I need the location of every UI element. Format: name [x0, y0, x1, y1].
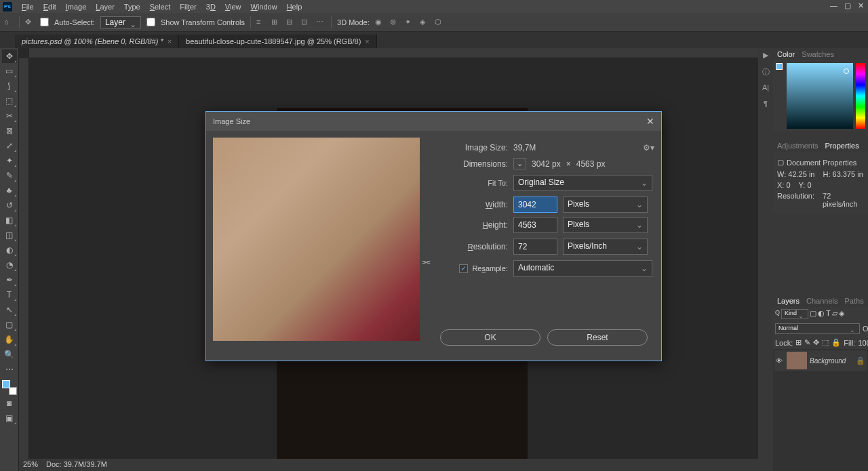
fit-to-select[interactable]: Original Size [513, 175, 652, 191]
more-icon[interactable]: ⋯ [316, 18, 326, 27]
paragraph-icon[interactable]: ¶ [761, 100, 770, 109]
maximize-icon[interactable]: ▢ [844, 1, 851, 10]
fill-value[interactable]: 100% [858, 339, 868, 347]
align-icon-1[interactable]: ≡ [256, 18, 266, 27]
align-icon-4[interactable]: ⊡ [301, 18, 311, 27]
hand-tool[interactable]: ✋ [2, 333, 17, 346]
dialog-close-icon[interactable]: ✕ [646, 116, 654, 127]
lock-icon-5[interactable]: 🔒 [831, 338, 841, 347]
align-icon-2[interactable]: ⊞ [271, 18, 281, 27]
resample-select[interactable]: Automatic [513, 260, 652, 277]
pen-tool[interactable]: ✒ [2, 273, 17, 287]
blend-mode[interactable]: Normal [775, 323, 860, 334]
close-icon[interactable]: ✕ [858, 1, 864, 10]
dialog-titlebar[interactable]: Image Size ✕ [206, 112, 661, 131]
color-tab[interactable]: Color [777, 50, 795, 58]
brush-tool[interactable]: ✎ [2, 169, 17, 182]
layers-tab[interactable]: Layers [777, 297, 800, 305]
menu-window[interactable]: Window [247, 1, 281, 12]
width-unit-select[interactable]: Pixels [563, 197, 648, 213]
marquee-tool[interactable]: ▭ [2, 64, 17, 78]
gradient-tool[interactable]: ◫ [2, 228, 17, 242]
resample-label[interactable]: Resample: [472, 264, 508, 272]
filter-icon-2[interactable]: ◐ [818, 309, 825, 319]
screen-mode-tool[interactable]: ▣ [2, 411, 17, 425]
zoom-tool[interactable]: 🔍 [2, 348, 17, 361]
gear-icon[interactable]: ⚙▾ [643, 143, 654, 152]
menu-view[interactable]: View [221, 1, 245, 12]
path-select-tool[interactable]: ↖ [2, 303, 17, 316]
stamp-tool[interactable]: ♣ [2, 184, 17, 197]
lock-icon-1[interactable]: ⊞ [795, 338, 802, 347]
menu-type[interactable]: Type [120, 1, 144, 12]
info-icon[interactable]: ⓘ [761, 67, 770, 77]
menu-filter[interactable]: Filter [176, 1, 200, 12]
quick-select-tool[interactable]: ⬚ [2, 94, 17, 108]
document-tab-1[interactable]: pictures.psd @ 100% (Ebene 0, RGB/8#) * … [15, 35, 179, 48]
properties-tab[interactable]: Properties [825, 142, 859, 150]
constrain-proportions-icon[interactable]: ⫘ [421, 256, 431, 267]
history-brush-tool[interactable]: ↺ [2, 199, 17, 212]
color-picker-thumb[interactable] [844, 68, 849, 74]
align-icon-3[interactable]: ⊟ [286, 18, 296, 27]
menu-select[interactable]: Select [146, 1, 175, 12]
rectangle-tool[interactable]: ▢ [2, 318, 17, 331]
quick-mask-tool[interactable]: ◙ [2, 396, 17, 410]
resolution-input[interactable] [513, 239, 557, 255]
adjustments-tab[interactable]: Adjustments [777, 142, 818, 150]
color-field[interactable] [787, 63, 853, 129]
menu-3d[interactable]: 3D [202, 1, 220, 12]
dodge-tool[interactable]: ◔ [2, 258, 17, 272]
3d-icon-2[interactable]: ⊕ [390, 18, 399, 27]
lock-icon-3[interactable]: ✥ [813, 338, 819, 347]
type-tool[interactable]: T [2, 288, 17, 302]
channels-tab[interactable]: Channels [806, 297, 837, 305]
character-icon[interactable]: A| [761, 83, 770, 93]
layer-filter-kind[interactable]: Kind [781, 309, 808, 319]
width-input[interactable] [513, 197, 557, 213]
fgbg-mini[interactable] [776, 63, 784, 129]
foreground-color-swatch[interactable] [2, 380, 10, 388]
show-transform-checkbox[interactable] [146, 18, 155, 26]
history-icon[interactable]: ▶ [761, 51, 770, 60]
lasso-tool[interactable]: ⟆ [2, 79, 17, 93]
reset-button[interactable]: Reset [547, 329, 648, 346]
eraser-tool[interactable]: ◧ [2, 213, 17, 227]
edit-toolbar[interactable]: ⋯ [2, 363, 17, 376]
dimensions-unit-toggle[interactable]: ⌄ [513, 158, 526, 169]
filter-icon-4[interactable]: ▱ [832, 309, 837, 319]
auto-select-target[interactable]: Layer [100, 16, 141, 28]
height-input[interactable] [513, 217, 557, 233]
paths-tab[interactable]: Paths [845, 297, 864, 305]
menu-help[interactable]: Help [283, 1, 307, 12]
filter-icon-3[interactable]: T [826, 309, 831, 319]
swatches-tab[interactable]: Swatches [802, 50, 834, 58]
lock-icon-4[interactable]: ⬚ [822, 338, 829, 347]
blur-tool[interactable]: ◐ [2, 243, 17, 257]
frame-tool[interactable]: ⊠ [2, 124, 17, 138]
healing-tool[interactable]: ✦ [2, 154, 17, 167]
close-tab-icon[interactable]: × [167, 37, 172, 45]
filter-icon-1[interactable]: ▢ [810, 309, 816, 319]
height-unit-select[interactable]: Pixels [563, 217, 648, 233]
3d-icon-1[interactable]: ◉ [375, 18, 384, 27]
3d-icon-4[interactable]: ◈ [420, 18, 429, 27]
zoom-level[interactable]: 25% [23, 460, 38, 470]
resolution-unit-select[interactable]: Pixels/Inch [563, 239, 648, 255]
ok-button[interactable]: OK [440, 329, 540, 346]
width-label[interactable]: Width: [433, 200, 508, 209]
hue-slider[interactable] [856, 63, 865, 129]
resample-checkbox[interactable]: ✓ [459, 264, 468, 273]
lock-icon-2[interactable]: ✎ [804, 338, 810, 347]
resolution-label[interactable]: Resolution: [433, 242, 508, 251]
3d-icon-5[interactable]: ⬡ [435, 18, 444, 27]
document-tab-2[interactable]: beautiful-close-up-cute-1889547.jpg @ 25… [179, 35, 377, 48]
foreground-background-colors[interactable] [2, 380, 17, 395]
minimize-icon[interactable]: — [830, 1, 837, 10]
home-icon[interactable]: ⌂ [4, 18, 14, 27]
layer-row[interactable]: 👁 Background 🔒 [774, 350, 867, 371]
visibility-icon[interactable]: 👁 [776, 357, 784, 365]
crop-tool[interactable]: ✂ [2, 109, 17, 123]
dialog-preview[interactable] [213, 138, 420, 341]
eyedropper-tool[interactable]: ⤢ [2, 139, 17, 152]
